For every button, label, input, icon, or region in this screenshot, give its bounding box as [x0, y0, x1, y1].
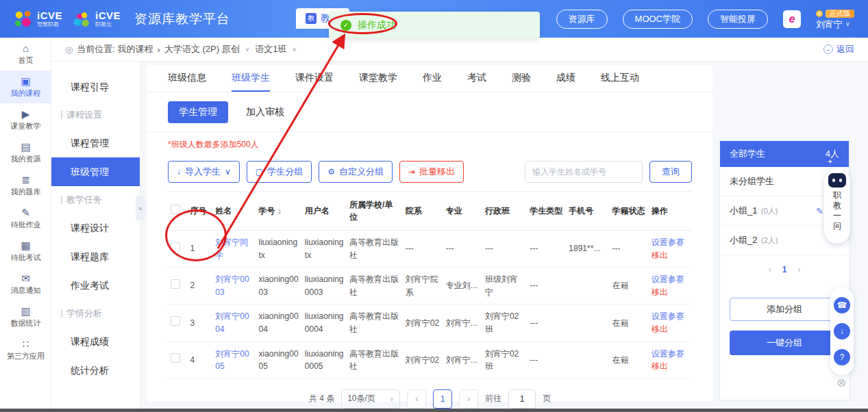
tab-exam[interactable]: 考试 — [467, 65, 486, 92]
set-contest-link[interactable]: 设置参赛 — [652, 310, 689, 323]
group-next-button[interactable]: › — [797, 265, 800, 274]
next-page-button[interactable]: › — [459, 389, 478, 409]
course-nav-statistics-analysis[interactable]: 统计分析 — [51, 356, 140, 385]
set-contest-link[interactable]: 设置参赛 — [652, 236, 689, 249]
remove-link[interactable]: 移出 — [652, 360, 689, 373]
sidebar-item-classroom-teaching[interactable]: ▶ 课堂教学 — [0, 103, 51, 136]
sidebar-item-my-question-bank[interactable]: ≣ 我的题库 — [0, 169, 51, 202]
sidebar-item-home[interactable]: ⌂ 首页 — [0, 38, 51, 70]
breadcrumb-course-dropdown[interactable]: 大学语文 (2P) 原创 — [164, 43, 240, 55]
course-nav-class-management[interactable]: 班级管理 — [51, 157, 140, 186]
course-nav-course-grades[interactable]: 课程成绩 — [51, 327, 140, 356]
student-grouping-button[interactable]: ▢ 学生分组 — [247, 161, 312, 183]
row-checkbox[interactable] — [171, 242, 180, 252]
student-name-link[interactable]: 刘宵宁同学 — [215, 237, 248, 260]
customer-service-icon[interactable]: ☎ — [834, 297, 850, 313]
gear-icon: ⚙ — [327, 167, 335, 177]
tab-class-students[interactable]: 班级学生 — [232, 65, 270, 92]
nav-pill-mooc-academy[interactable]: MOOC学院 — [623, 10, 693, 29]
student-name-link[interactable]: 刘宵宁0003 — [215, 274, 249, 297]
group-box-icon: ▢ — [256, 167, 263, 177]
course-nav-course-design[interactable]: 课程设计 — [51, 214, 140, 242]
user-menu[interactable]: 正式版 刘宵宁 ∨ — [816, 10, 854, 29]
back-button[interactable]: ← 返回 — [823, 43, 854, 55]
goto-suffix: 页 — [543, 393, 551, 404]
search-input[interactable] — [525, 161, 643, 183]
envelope-icon: ✉ — [21, 273, 30, 283]
subtab-student-management[interactable]: 学生管理 — [168, 101, 228, 123]
username: 刘宵宁 — [816, 20, 843, 29]
tab-class-info[interactable]: 班级信息 — [168, 65, 206, 92]
sidebar-item-my-resources[interactable]: ▤ 我的资源 — [0, 136, 51, 169]
download-icon: ↓ — [177, 167, 181, 177]
back-arrow-icon: ← — [823, 44, 833, 54]
course-nav-course-question-bank[interactable]: 课程题库 — [51, 242, 140, 271]
sidebar-item-pending-homework[interactable]: ✎ 待批作业 — [0, 202, 51, 235]
sort-icons[interactable]: ▲▼ — [277, 208, 282, 215]
breadcrumb-class-dropdown[interactable]: 语文1班 — [255, 43, 286, 55]
course-nav-course-management[interactable]: 课程管理 — [51, 129, 140, 157]
select-all-checkbox[interactable] — [171, 205, 180, 214]
brand-icve: iCVE 智慧职教 — [37, 10, 62, 27]
remove-link[interactable]: 移出 — [652, 249, 689, 262]
tab-classroom-teaching[interactable]: 课堂教学 — [359, 65, 397, 92]
help-icon[interactable]: ? — [834, 349, 850, 365]
subtab-join-review[interactable]: 加入审核 — [246, 106, 284, 118]
cloud-download-icon[interactable]: ↓ — [834, 323, 850, 339]
batch-remove-button[interactable]: ⇥ 批量移出 — [399, 161, 464, 183]
course-nav-homework-exams[interactable]: 作业考试 — [51, 271, 140, 300]
course-nav-section-learning-analysis: 学情分析 — [51, 300, 140, 327]
group-prev-button[interactable]: ‹ — [769, 265, 771, 274]
set-contest-link[interactable]: 设置参赛 — [652, 348, 689, 361]
remove-link[interactable]: 移出 — [652, 286, 689, 299]
query-button[interactable]: 查询 — [649, 161, 692, 183]
main-content-card: 班级信息 班级学生 课件设置 课堂教学 作业 考试 测验 成绩 线上互动 学生管… — [147, 65, 712, 402]
app-shortcut-icon[interactable]: e — [783, 10, 801, 28]
teacher-icon: 教 — [306, 13, 317, 24]
table-row: 3 刘宵宁0004 xiaoning0004 liuxiaoning0004 高… — [168, 305, 692, 342]
student-name-link[interactable]: 刘宵宁0005 — [215, 349, 249, 372]
tab-homework[interactable]: 作业 — [423, 65, 442, 92]
app-e-glyph: e — [789, 13, 795, 25]
per-page-select[interactable]: 10条/页 ∨ — [341, 389, 400, 409]
total-count: 共 4 条 — [309, 393, 334, 404]
tab-grades[interactable]: 成绩 — [556, 65, 575, 92]
goto-label: 前往 — [485, 393, 501, 404]
sidebar-item-data-statistics[interactable]: ▥ 数据统计 — [0, 300, 51, 333]
course-nav-guide[interactable]: 课程引导 — [51, 73, 140, 101]
row-checkbox[interactable] — [171, 279, 180, 289]
export-icon: ⇥ — [408, 167, 415, 177]
col-student-type: 学生类型 — [527, 192, 566, 231]
col-department: 院系 — [403, 192, 443, 231]
set-contest-link[interactable]: 设置参赛 — [652, 273, 689, 286]
sidebar-item-pending-exams[interactable]: ▦ 待批考试 — [0, 235, 51, 268]
tab-courseware-settings[interactable]: 课件设置 — [295, 65, 334, 92]
tab-online-interaction[interactable]: 线上互动 — [601, 65, 639, 92]
import-students-button[interactable]: ↓ 导入学生 ∨ — [168, 161, 240, 183]
add-group-button[interactable]: 添加分组 — [730, 298, 839, 321]
icve-zhijiaoyun-logo — [72, 10, 91, 29]
nav-pill-smart-casting[interactable]: 智能投屏 — [708, 10, 768, 29]
goto-page-input[interactable] — [508, 389, 536, 409]
sidebar-item-my-courses[interactable]: ▣ 我的课程 — [0, 70, 51, 103]
row-checkbox[interactable] — [171, 316, 180, 326]
row-checkbox[interactable] — [171, 353, 180, 363]
nav-pill-resource-library[interactable]: 资源库 — [556, 10, 608, 29]
col-actions: 操作 — [649, 192, 692, 231]
one-click-group-button[interactable]: 一键分组 — [730, 331, 839, 355]
page-1-button[interactable]: 1 — [433, 389, 452, 409]
assistant-widget[interactable]: 职 教 一 问 — [824, 168, 850, 244]
edit-icon[interactable]: ✎ — [816, 206, 823, 216]
sidebar-item-third-party-apps[interactable]: ∷ 第三方应用 — [0, 333, 51, 366]
sidebar-item-messages[interactable]: ✉ 消息通知 — [0, 268, 51, 300]
student-name-link[interactable]: 刘宵宁0004 — [215, 311, 249, 334]
tab-quiz[interactable]: 测验 — [512, 65, 531, 92]
close-icon[interactable]: ⊗ — [836, 377, 846, 389]
custom-grouping-button[interactable]: ⚙ 自定义分组 — [319, 161, 393, 183]
remove-link[interactable]: 移出 — [652, 323, 689, 336]
back-label: 返回 — [836, 43, 854, 55]
prev-page-button[interactable]: ‹ — [407, 389, 426, 409]
sidebar-collapse-handle[interactable]: « — [136, 196, 145, 220]
group-member-count: (0人) — [761, 207, 778, 215]
section-bar — [61, 309, 62, 318]
